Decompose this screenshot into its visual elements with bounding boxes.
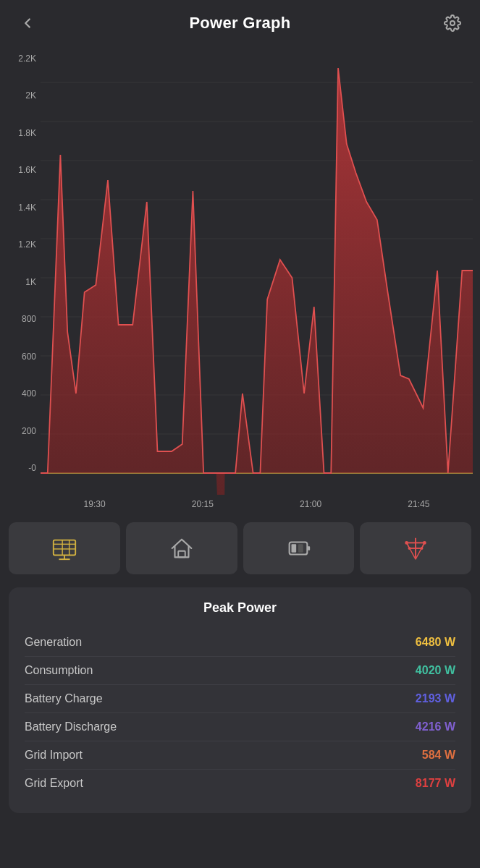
- stat-label-grid-export: Grid Export: [25, 777, 83, 790]
- settings-button[interactable]: [439, 10, 466, 36]
- stat-label-battery-charge: Battery Charge: [25, 692, 103, 705]
- y-axis: 2.2K 2K 1.8K 1.6K 1.4K 1.2K 1K 800 600 4…: [7, 46, 41, 495]
- grid-pylon-icon: [402, 535, 429, 562]
- y-label: 400: [14, 388, 36, 399]
- solar-icon: [51, 535, 78, 562]
- stat-value-battery-charge: 2193 W: [416, 692, 455, 705]
- y-label: 2K: [14, 90, 36, 101]
- svg-point-33: [408, 547, 411, 550]
- y-label: 800: [14, 314, 36, 324]
- stat-label-consumption: Consumption: [25, 664, 93, 677]
- home-icon: [168, 535, 195, 562]
- stat-row-grid-export: Grid Export 8177 W: [25, 770, 455, 797]
- svg-point-32: [423, 541, 426, 545]
- battery-button[interactable]: [243, 522, 355, 574]
- page-title: Power Graph: [189, 14, 290, 33]
- svg-point-0: [450, 21, 455, 25]
- header: Power Graph: [0, 0, 480, 46]
- chart-area: [41, 46, 473, 495]
- stat-row-consumption: Consumption 4020 W: [25, 657, 455, 685]
- battery-icon: [285, 535, 312, 562]
- stat-label-grid-import: Grid Import: [25, 749, 83, 762]
- stat-value-grid-import: 584 W: [422, 749, 455, 762]
- y-label: 1.2K: [14, 239, 36, 250]
- y-label: 600: [14, 352, 36, 362]
- svg-rect-12: [54, 540, 75, 556]
- grid-button[interactable]: [360, 522, 471, 574]
- stat-value-consumption: 4020 W: [416, 664, 455, 677]
- y-label: -0: [14, 463, 36, 473]
- back-button[interactable]: [14, 10, 41, 36]
- x-label: 21:45: [408, 499, 429, 509]
- x-label: 19:30: [84, 499, 106, 509]
- stat-row-generation: Generation 6480 W: [25, 629, 455, 657]
- stat-row-battery-charge: Battery Charge 2193 W: [25, 685, 455, 713]
- x-label: 21:00: [300, 499, 321, 509]
- svg-point-31: [405, 541, 408, 545]
- stats-panel: Peak Power Generation 6480 W Consumption…: [9, 587, 471, 813]
- y-label: 1.6K: [14, 165, 36, 175]
- stats-title: Peak Power: [25, 600, 455, 616]
- chart-container: 2.2K 2K 1.8K 1.6K 1.4K 1.2K 1K 800 600 4…: [7, 46, 473, 512]
- svg-rect-23: [298, 544, 303, 552]
- stat-value-battery-discharge: 4216 W: [416, 720, 455, 733]
- x-label: 20:15: [192, 499, 214, 509]
- stat-row-grid-import: Grid Import 584 W: [25, 741, 455, 770]
- y-label: 1K: [14, 277, 36, 287]
- svg-rect-21: [308, 546, 311, 550]
- stat-label-battery-discharge: Battery Discharge: [25, 720, 117, 733]
- y-label: 2.2K: [14, 54, 36, 64]
- y-label: 200: [14, 426, 36, 436]
- icon-bar: [0, 512, 480, 584]
- solar-button[interactable]: [9, 522, 120, 574]
- stat-value-grid-export: 8177 W: [416, 777, 455, 790]
- stat-label-generation: Generation: [25, 636, 82, 649]
- stat-value-generation: 6480 W: [416, 636, 455, 649]
- svg-point-34: [421, 547, 424, 550]
- svg-rect-19: [178, 551, 185, 558]
- y-label: 1.8K: [14, 128, 36, 138]
- home-button[interactable]: [126, 522, 237, 574]
- x-axis: 19:30 20:15 21:00 21:45: [7, 495, 473, 512]
- y-label: 1.4K: [14, 203, 36, 213]
- stat-row-battery-discharge: Battery Discharge 4216 W: [25, 713, 455, 741]
- power-graph-svg: [41, 46, 473, 495]
- svg-rect-22: [292, 544, 297, 552]
